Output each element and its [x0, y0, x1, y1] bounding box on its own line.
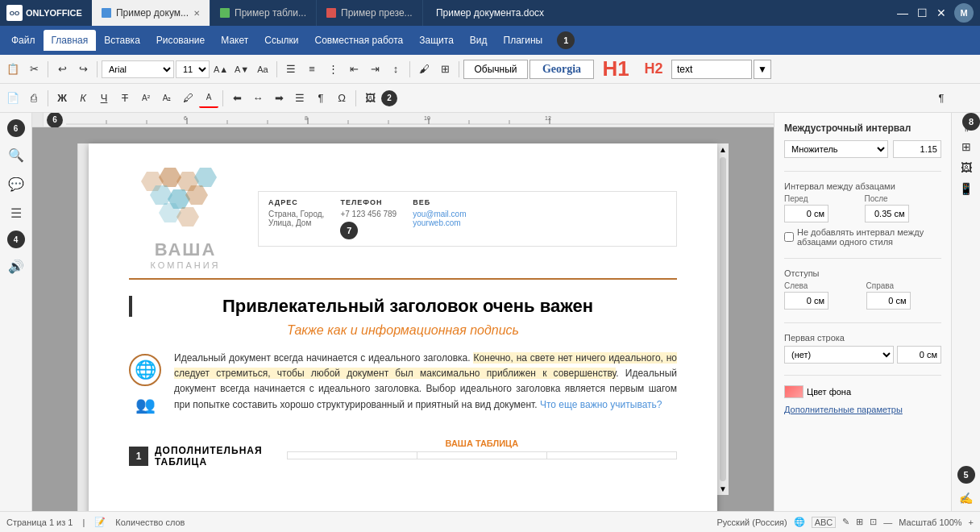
list-num-icon[interactable]: ≡	[302, 60, 322, 79]
address-value: Страна, Город,Улица, Дом	[268, 210, 324, 227]
font-name-select[interactable]: Arial	[102, 60, 174, 78]
insert-image-icon[interactable]: 🖼	[360, 89, 380, 108]
scroll-up-icon[interactable]: ▲	[717, 143, 729, 156]
align-right-icon[interactable]: ➡	[269, 89, 289, 108]
bold-icon[interactable]: Ж	[52, 89, 72, 108]
after-input[interactable]	[865, 205, 909, 222]
right-panel-toggle[interactable]: ¶	[932, 89, 951, 108]
zoom-plus-icon[interactable]: +	[969, 517, 974, 527]
comment-icon[interactable]: 💬	[5, 172, 27, 195]
tab-doc[interactable]: Пример докум... ✕	[92, 0, 210, 26]
paste-icon[interactable]: 📄	[3, 89, 23, 108]
avatar[interactable]: M	[954, 3, 974, 23]
signature-icon[interactable]: ✍	[957, 488, 976, 508]
menu-protect[interactable]: Защита	[411, 30, 462, 51]
style-h2[interactable]: H2	[637, 60, 670, 79]
menu-plugins[interactable]: Плагины	[496, 30, 551, 51]
line-spacing-icon[interactable]: ↕	[386, 60, 405, 79]
close-button[interactable]: ✕	[935, 6, 948, 19]
right-indent-col: Справа	[866, 281, 942, 310]
first-line-select[interactable]: (нет)	[784, 346, 894, 364]
list-multi-icon[interactable]: ⋮	[323, 60, 343, 79]
redo-icon[interactable]: ↪	[73, 60, 93, 79]
list-bullet-icon[interactable]: ☰	[281, 60, 301, 79]
strikethrough-icon[interactable]: Т	[115, 89, 135, 108]
bg-color-swatch[interactable]	[784, 385, 804, 398]
menu-collab[interactable]: Совместная работа	[306, 30, 411, 51]
underline-icon[interactable]: Ч	[94, 89, 114, 108]
menu-layout[interactable]: Макет	[213, 30, 256, 51]
copy-format-icon[interactable]: ⎙	[24, 89, 44, 108]
word-count-label[interactable]: Количество слов	[115, 517, 185, 527]
menu-draw[interactable]: Рисование	[148, 30, 213, 51]
paragraph-icon[interactable]: ¶	[311, 89, 330, 108]
menu-file[interactable]: Файл	[3, 30, 44, 51]
right-indent-input[interactable]	[866, 292, 911, 310]
search-icon[interactable]: 🔍	[5, 143, 27, 166]
image-right-icon[interactable]: 🖼	[957, 158, 976, 177]
style-georgia[interactable]: Georgia	[529, 60, 594, 79]
tab-sheet[interactable]: Пример табли...	[210, 0, 317, 26]
tab-doc-close[interactable]: ✕	[193, 9, 200, 18]
table-icon[interactable]: ⊞	[435, 60, 455, 79]
clipboard-icon[interactable]: 📋	[3, 60, 23, 79]
left-indent-input[interactable]	[784, 292, 828, 310]
company-sub: КОМПАНИЯ	[150, 260, 220, 270]
language-label[interactable]: Русский (Россия)	[716, 517, 787, 527]
bg-color-label: Цвет фона	[807, 387, 851, 397]
fit-page-icon[interactable]: ⊡	[870, 517, 877, 527]
track-changes-icon[interactable]: ✎	[842, 517, 849, 527]
panel-toggle-icon[interactable]: ¶	[932, 89, 951, 108]
decrease-indent-icon[interactable]: ⇤	[344, 60, 363, 79]
more-params-link[interactable]: Дополнительные параметры	[784, 405, 903, 414]
align-center-icon[interactable]: ↔	[248, 89, 268, 108]
v-scrollbar[interactable]: ▲ ▼	[717, 143, 729, 495]
align-left-icon[interactable]: ⬅	[227, 89, 247, 108]
undo-icon[interactable]: ↩	[52, 60, 72, 79]
style-h1[interactable]: H1	[596, 60, 636, 79]
maximize-button[interactable]: ☐	[916, 6, 928, 19]
doc-area-wrapper: 6 6	[32, 113, 774, 511]
menu-links[interactable]: Ссылки	[256, 30, 306, 51]
no-add-spacing-checkbox[interactable]	[784, 232, 794, 242]
subscript-icon[interactable]: А₂	[157, 89, 176, 108]
speaker-icon[interactable]: 🔊	[5, 255, 27, 277]
before-input[interactable]	[784, 205, 828, 222]
doc-subtitle: Также как и информационная подпись	[129, 323, 677, 338]
superscript-icon[interactable]: А²	[136, 89, 156, 108]
menu-home[interactable]: Главная	[44, 30, 97, 51]
style-normal[interactable]: Обычный	[463, 60, 528, 79]
menu-insert[interactable]: Вставка	[96, 30, 148, 51]
paint-format-icon[interactable]: 🖌	[414, 60, 434, 79]
spacing-type-select[interactable]: Множитель	[784, 140, 888, 158]
font-size-select[interactable]: 11	[176, 60, 210, 78]
highlight-color-icon[interactable]: 🖊	[178, 89, 197, 108]
list-icon[interactable]: ☰	[5, 202, 27, 224]
scroll-down-icon[interactable]: ▼	[717, 483, 729, 495]
special-chars-icon[interactable]: Ω	[332, 89, 351, 108]
table-right-icon[interactable]: ⊞	[957, 137, 976, 156]
minimize-button[interactable]: —	[896, 6, 909, 19]
v-ruler	[77, 143, 89, 495]
cut-icon[interactable]: ✂	[24, 60, 44, 79]
spell-check-icon[interactable]: ABC	[812, 517, 837, 528]
style-text-input[interactable]	[671, 60, 752, 79]
doc-scroll[interactable]: ВАША КОМПАНИЯ АДРЕС Страна, Город,Улица,…	[32, 127, 774, 511]
style-dropdown[interactable]: ▼	[754, 60, 771, 79]
compare-icon[interactable]: ⊞	[856, 517, 863, 527]
additional-table-section: 1 ДОПОЛНИТЕЛЬНАЯТАБЛИЦА	[129, 445, 263, 468]
first-line-value-input[interactable]	[897, 346, 941, 364]
align-justify-icon[interactable]: ☰	[290, 89, 309, 108]
font-size-up-icon[interactable]: A▲	[211, 60, 230, 79]
font-size-down-icon[interactable]: A▼	[232, 60, 251, 79]
font-case-icon[interactable]: Aa	[253, 60, 272, 79]
increase-indent-icon[interactable]: ⇥	[365, 60, 384, 79]
menu-view[interactable]: Вид	[462, 30, 496, 51]
mobile-icon[interactable]: 📱	[957, 179, 976, 198]
scroll-thumb[interactable]	[720, 157, 726, 481]
tab-pres[interactable]: Пример презе...	[317, 0, 423, 26]
font-color-icon[interactable]: А	[199, 89, 218, 108]
italic-icon[interactable]: К	[73, 89, 93, 108]
line-spacing-section: Междустрочный интервал Множитель	[784, 123, 941, 172]
spacing-value-input[interactable]	[893, 140, 941, 158]
